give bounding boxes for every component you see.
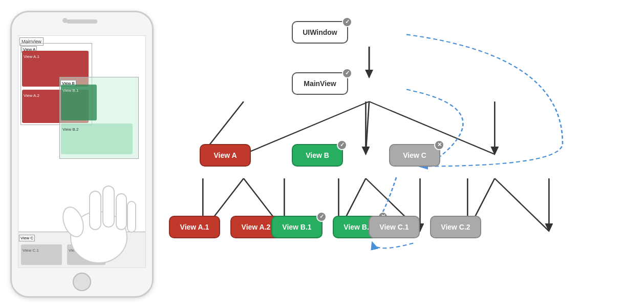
viewc-x-badge: ✕ xyxy=(434,140,444,150)
main-container: MainView View A View A.1 View A.2 View B… xyxy=(0,0,644,308)
node-view-c1: View C.1 xyxy=(369,216,420,238)
svg-rect-5 xyxy=(127,201,136,232)
screen-view-a1-label: View A.1 xyxy=(22,54,41,59)
svg-rect-3 xyxy=(103,186,114,227)
mainview-check-badge: ✓ xyxy=(342,68,352,78)
viewb-check-badge: ✓ xyxy=(337,140,347,150)
node-view-a: View A xyxy=(200,144,251,167)
screen-view-b1-label: View B.1 xyxy=(61,88,80,93)
node-view-b: View B ✓ xyxy=(292,144,343,167)
svg-line-15 xyxy=(495,178,549,231)
tree-diagram: UIWindow ✓ MainView ✓ View A View B ✓ Vi… xyxy=(169,1,644,308)
hand-icon xyxy=(58,166,140,268)
node-view-a1: View A.1 xyxy=(169,216,220,238)
node-view-c2: View C.2 xyxy=(430,216,481,238)
screen-view-b2: View B.2 xyxy=(61,124,133,154)
screen-view-c1-label: View C.1 xyxy=(21,248,40,253)
svg-rect-4 xyxy=(116,194,126,230)
screen-view-b1: View B.1 xyxy=(61,85,97,120)
screen-view-b: View B View B.1 View B.2 xyxy=(59,77,139,159)
phone-speaker xyxy=(67,19,97,24)
node-mainview: MainView ✓ xyxy=(292,72,348,95)
phone: MainView View A View A.1 View A.2 View B… xyxy=(10,11,154,298)
screen-view-c1: View C.1 xyxy=(21,244,62,265)
svg-line-8 xyxy=(366,101,369,154)
screen-view-a2-label: View A.2 xyxy=(22,93,41,98)
screen-view-b2-label: View B.2 xyxy=(61,127,80,132)
node-uiwindow: UIWindow ✓ xyxy=(292,21,348,44)
phone-home-button xyxy=(73,273,91,291)
node-view-c: View C ✕ xyxy=(389,144,440,167)
screen-view-c-label: View C xyxy=(19,235,35,241)
svg-rect-2 xyxy=(90,191,101,230)
node-view-b1: View B.1 ✓ xyxy=(271,216,323,238)
viewb1-check-badge: ✓ xyxy=(316,212,327,222)
uiwindow-check-badge: ✓ xyxy=(342,17,352,27)
